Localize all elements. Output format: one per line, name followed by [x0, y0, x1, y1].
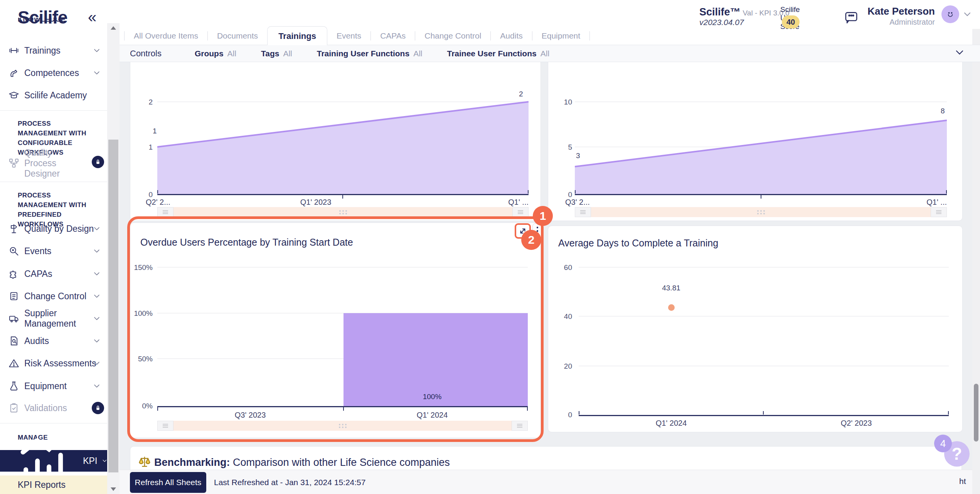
lock-icon: [94, 405, 101, 411]
sidebar-divider: [0, 182, 107, 182]
sidebar-item-kpi-reports[interactable]: KPI Reports: [0, 475, 107, 494]
pan-handle-right[interactable]: [512, 421, 528, 431]
y-tick: 40: [548, 312, 572, 321]
filter-tags[interactable]: TagsAll: [261, 49, 292, 58]
tab-change-control[interactable]: Change Control: [415, 26, 490, 45]
bar-q1-2024[interactable]: [344, 313, 528, 406]
chevron-down-icon: [93, 339, 100, 343]
graduation-cap-icon: [8, 90, 19, 101]
tab-audits[interactable]: Audits: [491, 26, 532, 45]
sidebar-divider: [0, 110, 107, 111]
chevron-down-icon: [102, 459, 107, 463]
user-menu-chevron-icon[interactable]: [963, 12, 972, 19]
area-series: [575, 91, 947, 194]
tab-all-overdue-items[interactable]: All Overdue Items: [125, 26, 207, 45]
sidebar-item-change-control[interactable]: Change Control: [0, 286, 107, 307]
sidebar-item-events[interactable]: Events: [0, 241, 107, 261]
scroll-down-arrow[interactable]: [111, 487, 116, 491]
filter-trainee-user-functions[interactable]: Trainee User FunctionsAll: [447, 49, 549, 58]
chart-pan-strip[interactable]: [157, 421, 528, 431]
chevron-down-icon: [93, 384, 100, 388]
page-scrollbar-thumb[interactable]: [974, 384, 978, 442]
pan-handle-right[interactable]: [512, 207, 529, 217]
refresh-all-sheets-button[interactable]: Refresh All Sheets: [130, 472, 206, 493]
controls-collapse-chevron-icon[interactable]: [955, 49, 965, 57]
point-value-label: 43.81: [652, 284, 690, 292]
sidebar-item-competences[interactable]: Competences: [0, 62, 107, 83]
sidebar-item-validations[interactable]: Validations: [0, 398, 107, 418]
x-tick: Q2' 2...: [146, 198, 170, 207]
pan-grip-dots: [757, 210, 759, 212]
sidebar-item-capas[interactable]: CAPAs: [0, 263, 107, 284]
sidebar-item-scilife-academy[interactable]: Scilife Academy: [0, 85, 107, 106]
x-tick: Q1' ...: [918, 198, 947, 207]
tab-events[interactable]: Events: [327, 26, 370, 45]
sidebar-item-supplier-management[interactable]: Supplier Management: [0, 308, 107, 329]
area-series: [157, 91, 529, 194]
chart-pan-strip[interactable]: [575, 207, 947, 217]
sidebar-divider: [0, 423, 107, 423]
sidebar-item-kpi[interactable]: KPI: [0, 450, 107, 472]
tab-capas[interactable]: CAPAs: [371, 26, 415, 45]
chart-pan-strip[interactable]: [157, 207, 529, 217]
filter-training-user-functions[interactable]: Training User FunctionsAll: [317, 49, 423, 58]
document-magnifier-icon: [8, 336, 19, 346]
sidebar-section-knowledge: KNOWLEDGE: [18, 18, 66, 26]
y-tick: 1: [137, 143, 153, 152]
pan-handle-right[interactable]: [931, 207, 947, 217]
lock-badge: [92, 402, 104, 414]
dumbbell-icon: [8, 45, 19, 56]
chart-panel-overdue-users-percentage: Overdue Users Percentage by Training Sta…: [130, 223, 541, 438]
y-tick: 20: [548, 362, 572, 371]
pan-grip-dots: [339, 210, 341, 212]
product-version: v2023.04.07: [699, 18, 744, 27]
tab-documents[interactable]: Documents: [208, 26, 267, 45]
chart-panel-overdue-trainings-trend: 2 1 0 1 2 Q2' 2... Q1' 2023 Q1' ...: [130, 54, 541, 221]
smiley-icon: [945, 9, 956, 20]
y-tick: 50%: [130, 355, 153, 363]
scatter-point-q1-2024[interactable]: [668, 304, 675, 311]
sidebar-item-quality-process-designer[interactable]: Quality Process Designer: [0, 151, 107, 175]
sidebar: Scilife « KNOWLEDGE Trainings Competence…: [0, 0, 107, 494]
user-role: Administrator: [864, 18, 935, 27]
chevron-down-icon: [93, 249, 100, 253]
sidebar-item-risk-assessments[interactable]: Risk Assessments: [0, 353, 107, 374]
pan-handle-left[interactable]: [157, 207, 173, 217]
annotation-step-1: 1: [533, 206, 553, 226]
lock-badge: [92, 156, 104, 168]
tab-trainings[interactable]: Trainings: [267, 26, 327, 45]
pan-handle-left[interactable]: [575, 207, 591, 217]
chevron-down-icon: [93, 226, 100, 231]
avatar[interactable]: [941, 5, 959, 23]
sidebar-item-equipment[interactable]: Equipment: [0, 376, 107, 396]
sidebar-scrollbar-thumb[interactable]: [108, 140, 118, 472]
benchmarking-heading: Benchmarking: Comparison with other Life…: [154, 457, 450, 469]
document-list-icon: [8, 291, 19, 302]
tab-equipment[interactable]: Equipment: [532, 26, 589, 45]
sidebar-item-audits[interactable]: Audits: [0, 330, 107, 351]
gridline: [579, 267, 949, 268]
feedback-chat-icon[interactable]: [844, 10, 859, 27]
sidebar-scrollbar[interactable]: [107, 23, 120, 494]
chart-panel-average-days: Average Days to Complete a Training 60 4…: [548, 226, 963, 432]
chevron-down-icon: [93, 361, 100, 366]
sidebar-item-trainings[interactable]: Trainings: [0, 40, 107, 61]
flowchart-icon: [8, 158, 19, 169]
product-title: Scilife™Val - KPI 3.0.0: [699, 6, 790, 18]
clipboard-check-icon: [8, 403, 19, 413]
filter-groups[interactable]: GroupsAll: [195, 49, 236, 58]
scroll-up-arrow[interactable]: [111, 26, 116, 30]
y-tick: 0%: [130, 402, 153, 410]
sidebar-item-quality-by-design[interactable]: Quality by Design: [0, 218, 107, 239]
sidebar-collapse-icon[interactable]: «: [88, 8, 96, 26]
competences-icon: [8, 67, 19, 78]
y-tick: 5: [554, 143, 572, 152]
page-scrollbar[interactable]: [972, 29, 980, 494]
y-tick: 60: [548, 263, 572, 272]
chart-panel-overdue-users-trend: 10 5 0 3 8 Q3' 2... Q1' ...: [548, 54, 963, 221]
pan-handle-left[interactable]: [157, 421, 173, 431]
x-tick: Q1' ...: [505, 198, 529, 207]
report-tabs: All Overdue Items Documents Trainings Ev…: [124, 26, 590, 45]
last-refreshed-text: Last Refreshed at - Jan 31, 2024 15:24:5…: [214, 470, 365, 494]
data-label: 1: [153, 127, 157, 135]
